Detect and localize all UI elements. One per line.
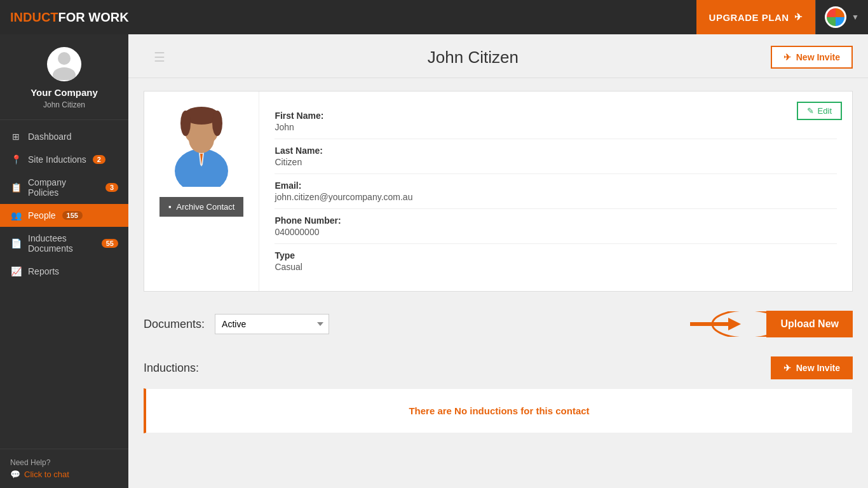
- sidebar-help: Need Help? 💬 Click to chat: [0, 449, 128, 488]
- sidebar-item-site-inductions[interactable]: 📍 Site Inductions 2: [0, 148, 128, 171]
- contact-card-left: ▪ Archive Contact: [144, 92, 259, 291]
- logo-forwork: FOR WORK: [58, 10, 129, 25]
- file-icon: 📋: [10, 182, 22, 193]
- contact-avatar: [160, 104, 243, 187]
- docs-icon: 📄: [10, 238, 22, 248]
- svg-point-1: [53, 67, 76, 80]
- upload-area: Upload New: [339, 311, 853, 337]
- field-phone: Phone Number: 040000000: [275, 209, 837, 244]
- page-title: John Citizen: [428, 48, 519, 67]
- new-invite-bottom-button[interactable]: ✈ New Invite: [771, 356, 853, 379]
- chat-label: Click to chat: [24, 470, 69, 479]
- svg-point-4: [180, 111, 191, 136]
- inductees-docs-badge: 55: [102, 239, 118, 248]
- company-policies-badge: 3: [105, 183, 118, 192]
- location-icon: 📍: [10, 154, 22, 165]
- send-icon-top: ✈: [783, 52, 791, 62]
- main-body: ▪ Archive Contact ✎ Edit First Name: Joh…: [128, 78, 868, 446]
- inductions-box: There are No inductions for this contact: [144, 388, 853, 433]
- need-help-label: Need Help?: [10, 458, 118, 467]
- people-badge: 155: [62, 211, 83, 220]
- no-inductions-message: There are No inductions for this contact: [159, 399, 839, 423]
- topbar-right: UPGRADE PLAN ✈ ▼: [696, 0, 868, 34]
- new-invite-top-button[interactable]: ✈ New Invite: [771, 46, 853, 69]
- documents-title: Documents:: [144, 318, 205, 331]
- site-inductions-badge: 2: [93, 155, 105, 164]
- logo: INDUCT FOR WORK: [0, 10, 139, 25]
- sidebar-item-company-policies[interactable]: 📋 Company Policies 3: [0, 171, 128, 204]
- sidebar-item-label: Inductees Documents: [28, 233, 95, 254]
- sidebar-item-label: People: [28, 210, 56, 220]
- svg-point-9: [189, 125, 214, 153]
- sidebar-nav: ⊞ Dashboard 📍 Site Inductions 2 📋 Compan…: [0, 120, 128, 449]
- chat-icon: 💬: [10, 470, 20, 479]
- company-logo: [825, 6, 846, 28]
- sidebar-item-label: Company Policies: [28, 177, 99, 198]
- chat-link[interactable]: 💬 Click to chat: [10, 470, 118, 479]
- people-icon: 👥: [10, 210, 22, 220]
- sidebar-item-label: Site Inductions: [28, 154, 86, 165]
- inductions-header: Inductions: ✈ New Invite: [144, 356, 853, 379]
- reports-icon: 📈: [10, 266, 22, 276]
- dashboard-icon: ⊞: [10, 132, 22, 142]
- logo-induct: INDUCT: [10, 10, 58, 25]
- inductions-title: Inductions:: [144, 362, 199, 375]
- company-selector[interactable]: ▼: [815, 0, 868, 34]
- hamburger-button[interactable]: ☰: [144, 50, 175, 65]
- svg-point-0: [58, 52, 71, 65]
- sidebar-item-reports[interactable]: 📈 Reports: [0, 260, 128, 283]
- arrow-icon: [690, 311, 766, 337]
- main-header: ☰ John Citizen ✈ New Invite: [128, 34, 868, 78]
- layout: Your Company John Citizen ⊞ Dashboard 📍 …: [0, 34, 868, 488]
- field-email: Email: john.citizen@yourcompany.com.au: [275, 174, 837, 209]
- inductions-section: Inductions: ✈ New Invite There are No in…: [144, 356, 853, 433]
- company-name: Your Company: [31, 86, 98, 99]
- contact-card: ▪ Archive Contact ✎ Edit First Name: Joh…: [144, 91, 853, 292]
- contact-card-right: ✎ Edit First Name: John Last Name: Citiz…: [259, 92, 852, 291]
- archive-contact-button[interactable]: ▪ Archive Contact: [159, 197, 243, 217]
- archive-icon: ▪: [168, 202, 172, 212]
- sidebar-item-label: Dashboard: [28, 132, 72, 142]
- avatar: [47, 47, 81, 81]
- field-type: Type Casual: [275, 244, 837, 278]
- edit-contact-button[interactable]: ✎ Edit: [797, 102, 842, 120]
- upgrade-plan-button[interactable]: UPGRADE PLAN ✈: [696, 0, 816, 34]
- svg-marker-12: [728, 318, 741, 330]
- topbar: INDUCT FOR WORK UPGRADE PLAN ✈ ▼: [0, 0, 868, 34]
- upload-new-button[interactable]: Upload New: [766, 311, 853, 337]
- sidebar-item-dashboard[interactable]: ⊞ Dashboard: [0, 125, 128, 148]
- documents-section: Documents: Active Archived Uploa: [144, 311, 853, 337]
- user-name: John Citizen: [43, 100, 85, 109]
- field-first-name: First Name: John: [275, 104, 837, 139]
- main-content: ☰ John Citizen ✈ New Invite: [128, 34, 868, 488]
- chevron-down-icon: ▼: [851, 13, 859, 22]
- sidebar-item-label: Reports: [28, 266, 59, 276]
- sidebar-profile: Your Company John Citizen: [0, 34, 128, 120]
- send-icon-upgrade: ✈: [794, 11, 803, 23]
- documents-status-dropdown[interactable]: Active Archived: [215, 314, 329, 334]
- documents-row: Documents: Active Archived Uploa: [144, 311, 853, 337]
- sidebar-item-inductees-documents[interactable]: 📄 Inductees Documents 55: [0, 227, 128, 260]
- svg-point-5: [212, 111, 222, 136]
- sidebar-item-people[interactable]: 👥 People 155: [0, 204, 128, 227]
- field-last-name: Last Name: Citizen: [275, 139, 837, 174]
- sidebar: Your Company John Citizen ⊞ Dashboard 📍 …: [0, 34, 128, 488]
- pencil-icon: ✎: [807, 106, 814, 116]
- send-icon-bottom: ✈: [783, 363, 791, 373]
